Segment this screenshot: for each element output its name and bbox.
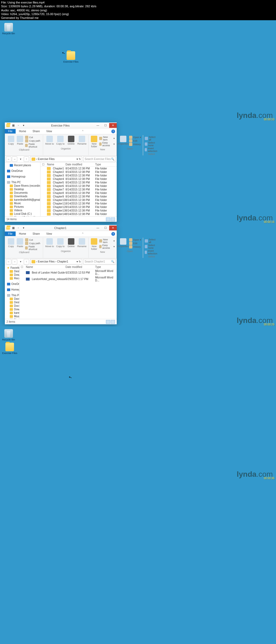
help-icon[interactable]: ?	[111, 232, 115, 236]
rename-button[interactable]: Rename	[77, 136, 87, 145]
nav-item[interactable]: Desktop	[5, 301, 19, 304]
minimize-button[interactable]: —	[94, 123, 102, 128]
col-date[interactable]: Date modified	[65, 163, 95, 166]
nav-onedrive[interactable]: OneDrive	[5, 169, 40, 173]
minimize-button[interactable]: —	[94, 226, 102, 230]
paste-button[interactable]: Paste	[16, 238, 24, 248]
file-row[interactable]: Chapter48/14/2015 12:38 PMFile folder	[40, 177, 117, 181]
delete-button[interactable]: Delete	[66, 238, 76, 248]
new-item-button[interactable]: New item ▾	[99, 136, 115, 141]
copy-to-button[interactable]: Copy to	[56, 238, 65, 248]
tab-share[interactable]: Share	[29, 129, 43, 134]
tab-view[interactable]: View	[43, 129, 56, 134]
forward-button[interactable]: →	[12, 156, 17, 162]
paste-button[interactable]: Paste	[16, 136, 24, 145]
paste-shortcut-button[interactable]: Paste shortcut	[25, 245, 41, 251]
nav-item[interactable]: Shared Folders (\\vmware-host) (Z:)	[5, 216, 40, 216]
file-row[interactable]: Chapter128/14/2015 12:38 PMFile folder	[40, 205, 117, 209]
nav-item[interactable]: Downloads	[5, 308, 19, 311]
history-button[interactable]: History	[129, 245, 141, 248]
close-button[interactable]: ✕	[109, 226, 117, 230]
up-button[interactable]: ↑	[24, 156, 29, 162]
explorer-window-exercise-files[interactable]: ▦ ▫ ▾ Exercise Files — ☐ ✕ File Home Sha…	[5, 122, 117, 222]
open-button[interactable]: Open ▾	[129, 136, 141, 139]
easy-access-button[interactable]: Easy access ▾	[99, 244, 115, 249]
tab-view[interactable]: View	[43, 231, 56, 236]
move-to-button[interactable]: Move to	[45, 238, 54, 248]
tab-file[interactable]: File	[5, 231, 16, 236]
view-details-icon[interactable]	[106, 217, 110, 221]
cut-button[interactable]: Cut	[25, 238, 41, 241]
file-row[interactable]: Chapter38/14/2015 12:38 PMFile folder	[40, 174, 117, 177]
new-folder-button[interactable]: New folder	[90, 136, 98, 148]
file-row[interactable]: Chapter78/14/2015 12:38 PMFile folder	[40, 188, 117, 191]
file-row[interactable]: Chapter108/14/2015 12:38 PMFile folder	[40, 198, 117, 202]
move-to-button[interactable]: Move to	[45, 136, 54, 145]
column-headers[interactable]: ☐ Name Date modified Type	[19, 265, 117, 269]
open-button[interactable]: Open ▾	[129, 238, 141, 241]
file-row[interactable]: Chapter98/14/2015 12:38 PMFile folder	[40, 195, 117, 198]
copy-path-button[interactable]: Copy path	[25, 242, 41, 245]
nav-homegroup[interactable]: Homegroup	[5, 175, 40, 178]
properties-button[interactable]: Properties	[118, 238, 128, 248]
file-row[interactable]: Chapter68/14/2015 12:38 PMFile folder	[40, 184, 117, 188]
maximize-button[interactable]: ☐	[102, 226, 109, 230]
view-large-icon[interactable]	[111, 217, 115, 221]
copy-button[interactable]: Copy	[7, 238, 15, 248]
nav-item[interactable]: Music	[5, 315, 19, 318]
rename-button[interactable]: Rename	[77, 238, 87, 248]
select-all-button[interactable]: Select all	[145, 136, 158, 141]
qat-dropdown[interactable]: ▾	[21, 226, 26, 230]
qat-newfolder[interactable]: ▫	[16, 226, 20, 230]
recent-locations-button[interactable]: ▾	[18, 259, 23, 264]
col-name[interactable]: Name	[46, 163, 65, 166]
nav-item[interactable]: Pictures	[5, 205, 40, 209]
qat-dropdown[interactable]: ▾	[21, 123, 26, 128]
col-type[interactable]: Type	[95, 163, 117, 166]
tab-share[interactable]: Share	[29, 231, 43, 236]
nav-item[interactable]: Videos	[5, 209, 40, 212]
nav-item[interactable]: Music	[5, 202, 40, 205]
recycle-bin[interactable]: Recycle Bin	[2, 23, 15, 35]
exercise-files-folder[interactable]: Exercise Files	[2, 343, 17, 355]
close-button[interactable]: ✕	[109, 123, 117, 128]
col-name[interactable]: Name	[25, 265, 65, 268]
nav-homegroup[interactable]: Homegroup	[5, 288, 19, 291]
breadcrumb-bar[interactable]: › Exercise Files ▾ ↻	[30, 156, 82, 162]
search-input[interactable]: Search Chapter1 🔍	[83, 259, 116, 264]
qat-properties[interactable]: ▦	[11, 123, 15, 128]
easy-access-button[interactable]: Easy access ▾	[99, 141, 115, 147]
nav-item[interactable]: Downloads	[5, 195, 40, 198]
nav-item[interactable]: Dave Rivers (recording-vm)	[5, 297, 19, 301]
breadcrumb-item[interactable]: Exercise Files	[38, 158, 54, 161]
file-row[interactable]: Chapter118/14/2015 12:38 PMFile folder	[40, 202, 117, 205]
up-button[interactable]: ↑	[24, 259, 29, 264]
paste-shortcut-button[interactable]: Paste shortcut	[25, 143, 41, 148]
ribbon-collapse-icon[interactable]: ^	[82, 232, 85, 235]
nav-favorites[interactable]: ★Favorites	[5, 266, 19, 270]
breadcrumb-item[interactable]: Exercise Files	[38, 260, 54, 263]
file-row[interactable]: LandonHotel_press_release6/29/2015 1:17 …	[19, 276, 117, 282]
nav-this-pc[interactable]: This PC	[5, 180, 40, 184]
cut-button[interactable]: Cut	[25, 136, 41, 139]
file-row[interactable]: Best of Landon Hotel Guide6/23/2015 12:5…	[19, 269, 117, 276]
file-row[interactable]: Chapter138/14/2015 12:38 PMFile folder	[40, 209, 117, 212]
explorer-window-chapter1[interactable]: ▦ ▫ ▾ Chapter1 — ☐ ✕ File Home Share Vie…	[5, 225, 117, 324]
view-large-icon[interactable]	[111, 320, 115, 324]
column-headers[interactable]: ☐ Name Date modified Type	[40, 162, 117, 167]
recent-locations-button[interactable]: ▾	[18, 156, 23, 162]
back-button[interactable]: ←	[6, 259, 11, 264]
ribbon-collapse-icon[interactable]: ^	[82, 130, 85, 133]
nav-this-pc[interactable]: This PC	[5, 294, 19, 297]
tab-home[interactable]: Home	[16, 129, 29, 134]
copy-path-button[interactable]: Copy path	[25, 139, 41, 142]
invert-selection-button[interactable]: Invert selection	[145, 147, 158, 152]
nav-item[interactable]: Downloads	[5, 273, 19, 277]
nav-item[interactable]: Documents	[5, 304, 19, 308]
tab-file[interactable]: File	[5, 129, 16, 134]
nav-onedrive[interactable]: OneDrive	[5, 282, 19, 286]
copy-to-button[interactable]: Copy to	[56, 136, 65, 145]
recycle-bin[interactable]: Recycle Bin	[2, 329, 15, 341]
checkbox-column[interactable]: ☐	[40, 163, 46, 166]
col-type[interactable]: Type	[95, 265, 117, 268]
